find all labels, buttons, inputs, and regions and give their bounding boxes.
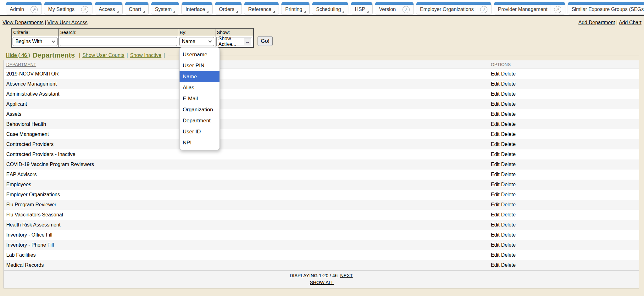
- edit-link[interactable]: Edit: [491, 81, 500, 87]
- external-link-icon[interactable]: ↗: [402, 6, 410, 13]
- nav-tab-provider-management[interactable]: Provider Management↗: [494, 2, 565, 14]
- tab-accent-bar: [568, 2, 644, 5]
- edit-link[interactable]: Edit: [491, 252, 500, 258]
- delete-link[interactable]: Delete: [501, 91, 516, 97]
- tab-label: Employer Organizations: [420, 7, 474, 12]
- delete-link[interactable]: Delete: [501, 131, 516, 137]
- delete-link[interactable]: Delete: [501, 101, 516, 107]
- go-button[interactable]: Go!: [258, 36, 273, 46]
- show-all-link[interactable]: SHOW ALL: [310, 280, 334, 285]
- delete-link[interactable]: Delete: [501, 111, 516, 117]
- edit-link[interactable]: Edit: [491, 232, 500, 238]
- edit-link[interactable]: Edit: [491, 222, 500, 228]
- edit-link[interactable]: Edit: [491, 182, 500, 187]
- edit-link[interactable]: Edit: [491, 131, 500, 137]
- delete-link[interactable]: Delete: [501, 232, 516, 238]
- external-link-icon[interactable]: ↗: [81, 6, 88, 13]
- tab-accent-bar: [375, 2, 413, 5]
- search-input[interactable]: [60, 37, 177, 46]
- nav-tab-my-settings[interactable]: My Settings↗: [44, 2, 92, 14]
- edit-link[interactable]: Edit: [491, 192, 500, 198]
- nav-tab-similar-exposure-groups-segs[interactable]: Similar Exposure Groups (SEGs)↗: [568, 2, 644, 14]
- edit-link[interactable]: Edit: [491, 202, 500, 208]
- external-link-icon[interactable]: ↗: [480, 6, 487, 13]
- delete-link[interactable]: Delete: [501, 252, 516, 258]
- edit-link[interactable]: Edit: [491, 212, 500, 218]
- nav-tab-scheduling[interactable]: Scheduling: [312, 2, 348, 14]
- external-link-icon[interactable]: ↗: [554, 6, 561, 13]
- delete-link[interactable]: Delete: [501, 162, 516, 167]
- delete-link[interactable]: Delete: [501, 121, 516, 127]
- edit-link[interactable]: Edit: [491, 172, 500, 177]
- hide-count-link[interactable]: Hide ( 46 ): [6, 53, 30, 58]
- nav-tab-reference[interactable]: Reference: [244, 2, 279, 14]
- separator: |: [164, 53, 165, 58]
- criteria-select[interactable]: Begins With: [13, 37, 58, 46]
- search-form: Criteria: Search: By: Show: Begins With …: [11, 28, 644, 48]
- displaying-text: DISPLAYING 1-20 / 46: [290, 273, 337, 278]
- delete-link[interactable]: Delete: [501, 152, 516, 157]
- edit-link[interactable]: Edit: [491, 91, 500, 97]
- next-page-link[interactable]: NEXT: [340, 273, 353, 278]
- dropdown-option-organization[interactable]: Organization: [180, 104, 219, 115]
- department-column-header[interactable]: DEPARTMENT: [4, 62, 491, 67]
- edit-link[interactable]: Edit: [491, 262, 500, 268]
- row-options: EditDelete: [491, 131, 639, 137]
- nav-tab-hsp[interactable]: HSP: [351, 2, 373, 14]
- edit-link[interactable]: Edit: [491, 142, 500, 147]
- dropdown-option-user-id[interactable]: User ID: [180, 126, 219, 137]
- view-departments-link[interactable]: View Departments: [3, 20, 43, 25]
- table-row: Health Risk AssessmentEditDelete: [4, 220, 639, 230]
- add-chart-link[interactable]: Add Chart: [619, 20, 641, 25]
- show-user-counts-link[interactable]: Show User Counts: [82, 53, 124, 58]
- delete-link[interactable]: Delete: [501, 81, 516, 87]
- tab-accent-bar: [215, 2, 242, 5]
- dropdown-option-department[interactable]: Department: [180, 115, 219, 126]
- delete-link[interactable]: Delete: [501, 222, 516, 228]
- dropdown-option-npi[interactable]: NPI: [180, 137, 219, 148]
- dropdown-option-e-mail[interactable]: E-Mail: [180, 93, 219, 104]
- show-filter-more-button[interactable]: ...: [244, 38, 251, 45]
- tab-accent-bar: [6, 2, 42, 5]
- view-user-access-link[interactable]: View User Access: [47, 20, 88, 25]
- delete-link[interactable]: Delete: [501, 71, 516, 77]
- nav-tab-employer-organizations[interactable]: Employer Organizations↗: [416, 2, 492, 14]
- edit-link[interactable]: Edit: [491, 121, 500, 127]
- tab-accent-bar: [416, 2, 491, 5]
- nav-tab-version[interactable]: Version↗: [375, 2, 414, 14]
- nav-tab-admin[interactable]: Admin↗: [6, 2, 42, 14]
- menu-corner-icon: [143, 11, 145, 13]
- nav-tab-system[interactable]: System: [151, 2, 179, 14]
- dropdown-option-user-pin[interactable]: User PIN: [180, 60, 219, 71]
- edit-link[interactable]: Edit: [491, 111, 500, 117]
- dropdown-option-username[interactable]: Username: [180, 49, 219, 60]
- delete-link[interactable]: Delete: [501, 262, 516, 268]
- add-department-link[interactable]: Add Department: [578, 20, 615, 25]
- delete-link[interactable]: Delete: [501, 202, 516, 208]
- nav-tab-access[interactable]: Access: [95, 2, 123, 14]
- row-options: EditDelete: [491, 222, 639, 228]
- delete-link[interactable]: Delete: [501, 212, 516, 218]
- edit-link[interactable]: Edit: [491, 152, 500, 157]
- tab-divider: [399, 5, 399, 14]
- delete-link[interactable]: Delete: [501, 142, 516, 147]
- delete-link[interactable]: Delete: [501, 242, 516, 248]
- dropdown-option-alias[interactable]: Alias: [180, 82, 219, 93]
- edit-link[interactable]: Edit: [491, 242, 500, 248]
- edit-link[interactable]: Edit: [491, 71, 500, 77]
- nav-tab-printing[interactable]: Printing: [281, 2, 310, 14]
- edit-link[interactable]: Edit: [491, 101, 500, 107]
- nav-tab-chart[interactable]: Chart: [125, 2, 149, 14]
- nav-tab-interface[interactable]: Interface: [181, 2, 213, 14]
- delete-link[interactable]: Delete: [501, 172, 516, 177]
- by-select[interactable]: Name: [179, 37, 214, 46]
- edit-link[interactable]: Edit: [491, 162, 500, 167]
- table-row: Administrative AssistantEditDelete: [4, 89, 639, 99]
- show-inactive-link[interactable]: Show Inactive: [130, 53, 162, 58]
- dropdown-option-name[interactable]: Name: [180, 71, 219, 82]
- delete-link[interactable]: Delete: [501, 182, 516, 187]
- external-link-icon[interactable]: ↗: [31, 6, 38, 13]
- department-name: Case Management: [4, 131, 491, 137]
- nav-tab-orders[interactable]: Orders: [215, 2, 242, 14]
- delete-link[interactable]: Delete: [501, 192, 516, 198]
